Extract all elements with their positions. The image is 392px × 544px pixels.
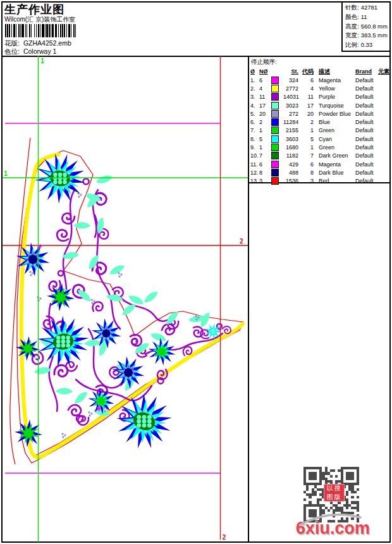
- color-swatch: [271, 85, 279, 92]
- barcode-bar: [75, 24, 76, 37]
- color-swatch: [271, 110, 279, 118]
- embroidery-design: [10, 138, 243, 464]
- cell-desc: Dark Green: [315, 152, 355, 159]
- cell-brand: Default: [355, 85, 378, 92]
- cell-desc: Magenta: [315, 77, 355, 83]
- end-marker-label-bottom: 2: [223, 534, 226, 541]
- swatch-cell: [269, 85, 283, 92]
- cell-code: 4: [300, 85, 315, 92]
- stat-height: 高度:560.8 mm: [345, 22, 389, 32]
- cell-no: 2.: [250, 85, 259, 92]
- cell-st: 429: [283, 161, 300, 168]
- cell-st: 11284: [283, 119, 300, 125]
- pattern-line: 花版:GZHA4252.emb: [4, 39, 71, 48]
- cell-brand: Default: [355, 94, 378, 100]
- cell-code: 6: [300, 161, 315, 168]
- cell-desc: Green: [315, 144, 355, 151]
- color-swatch: [271, 177, 279, 185]
- stop-table-body: 1.63246MagentaDefault2.427724YellowDefau…: [249, 76, 391, 185]
- cell-st: 2772: [283, 85, 300, 92]
- cell-brand: Default: [355, 102, 378, 109]
- cell-n: 11: [259, 94, 269, 100]
- cell-n: 1: [259, 127, 269, 133]
- swatch-cell: [269, 135, 283, 143]
- col-header-n: NØ: [259, 68, 269, 75]
- cell-n: 6: [259, 161, 269, 168]
- swatch-cell: [269, 169, 283, 176]
- cell-n: 7: [259, 152, 269, 159]
- cell-no: 1.: [250, 77, 259, 83]
- cell-desc: Green: [315, 127, 355, 133]
- cell-st: 3603: [283, 136, 300, 142]
- cell-desc: Purple: [315, 94, 355, 100]
- cell-desc: Magenta: [315, 161, 355, 168]
- end-marker-label-right: 2: [240, 238, 243, 245]
- color-swatch: [271, 127, 279, 134]
- cell-no: 10.: [250, 152, 259, 159]
- table-row: 3.111403111PurpleDefault: [249, 93, 391, 101]
- table-row: 9.116801GreenDefault: [249, 143, 391, 151]
- cell-code: 20: [300, 111, 315, 117]
- color-swatch: [271, 144, 279, 151]
- cell-n: 5: [259, 136, 269, 142]
- cell-no: 5.: [250, 111, 259, 117]
- color-swatch: [271, 161, 279, 168]
- table-row: 13.315363RedDefault: [249, 177, 391, 185]
- watermark-swoosh: [295, 507, 369, 527]
- cell-code: 7: [300, 152, 315, 159]
- cell-brand: Default: [355, 144, 378, 151]
- cell-no: 4.: [250, 102, 259, 109]
- studio-name: Wilcom(汇 京)装饰工作室: [4, 15, 75, 24]
- table-row: 12.84888Dark BlueDefault: [249, 168, 391, 176]
- cell-st: 272: [283, 111, 300, 117]
- color-swatch: [271, 169, 279, 176]
- cell-brand: Default: [355, 111, 378, 117]
- swatch-cell: [269, 161, 283, 168]
- stamp-text-row2: 图版: [324, 493, 345, 502]
- col-header-no: Ø: [250, 68, 259, 75]
- red-stamp: 以搜 图版: [324, 484, 345, 502]
- swatch-cell: [269, 177, 283, 185]
- swatch-cell: [269, 118, 283, 126]
- cell-n: 20: [259, 111, 269, 117]
- cell-code: 6: [300, 77, 315, 83]
- color-swatch: [271, 118, 279, 126]
- cell-brand: Default: [355, 119, 378, 125]
- cell-brand: Default: [355, 77, 378, 83]
- cell-brand: Default: [355, 127, 378, 133]
- cell-brand: Default: [355, 152, 378, 159]
- table-row: 8.536035CyanDefault: [249, 135, 391, 143]
- table-row: 11.64296MagentaDefault: [249, 160, 391, 168]
- cell-code: 8: [300, 170, 315, 176]
- cell-st: 2155: [283, 127, 300, 133]
- pattern-label: 花版:: [4, 39, 20, 47]
- cell-st: 1182: [283, 152, 300, 159]
- col-header-elem: 元素: [378, 68, 391, 76]
- swatch-cell: [269, 77, 283, 84]
- color-swatch: [271, 102, 279, 109]
- table-row: 4.17302317TurquoiseDefault: [249, 101, 391, 109]
- cell-no: 13.: [250, 178, 259, 184]
- cell-code: 1: [300, 127, 315, 133]
- cell-st: 1536: [283, 178, 300, 184]
- col-header-st: St.: [283, 68, 300, 75]
- swatch-cell: [269, 110, 283, 118]
- colorway-label: 色位:: [4, 47, 20, 55]
- table-header-row: Ø NØ St. 代码 描述 Brand 元素: [249, 67, 391, 76]
- color-swatch: [271, 93, 279, 101]
- start-marker-label-left: 1: [4, 170, 8, 177]
- cell-st: 3023: [283, 102, 300, 109]
- design-stats-box: 针数:42781 颜色:11 高度:560.8 mm 宽度:383.5 mm 比…: [341, 1, 389, 52]
- cell-n: 2: [259, 119, 269, 125]
- cell-no: 12.: [250, 170, 259, 176]
- cell-code: 5: [300, 136, 315, 142]
- cell-code: 1: [300, 144, 315, 151]
- cell-brand: Default: [355, 170, 378, 176]
- cell-n: 8: [259, 170, 269, 176]
- color-swatch: [271, 135, 279, 143]
- table-row: 1.63246MagentaDefault: [249, 76, 391, 84]
- swatch-cell: [269, 144, 283, 151]
- cell-n: 3: [259, 178, 269, 184]
- cell-desc: Yellow: [315, 85, 355, 92]
- table-row: 10.711827Dark GreenDefault: [249, 152, 391, 160]
